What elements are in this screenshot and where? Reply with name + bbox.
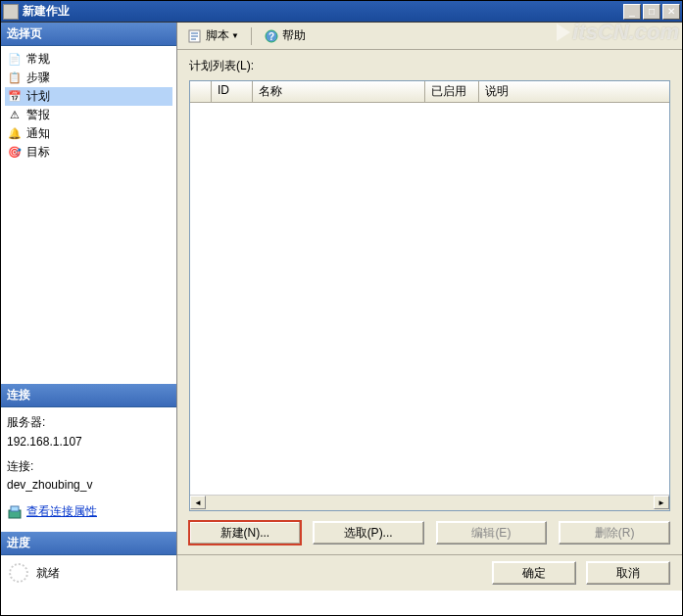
content-area: 脚本 ▼ ? 帮助 计划列表(L): ID 名称 已启用 说明 bbox=[177, 23, 682, 591]
nav-label: 计划 bbox=[26, 88, 50, 105]
svg-rect-1 bbox=[11, 506, 19, 511]
horizontal-scrollbar[interactable]: ◄ ► bbox=[190, 495, 669, 510]
properties-icon bbox=[7, 504, 23, 520]
nav-list: 📄 常规 📋 步骤 📅 计划 ⚠ 警报 🔔 通知 🎯 目标 bbox=[1, 46, 176, 384]
page-icon: 📄 bbox=[7, 52, 23, 68]
nav-schedules[interactable]: 📅 计划 bbox=[5, 87, 172, 106]
scroll-right-icon[interactable]: ► bbox=[654, 496, 669, 509]
dialog-buttons: 确定 取消 bbox=[177, 554, 682, 591]
view-connection-properties-link[interactable]: 查看连接属性 bbox=[7, 502, 97, 521]
server-value: 192.168.1.107 bbox=[7, 433, 171, 451]
progress-status: 就绪 bbox=[36, 565, 60, 582]
nav-alerts[interactable]: ⚠ 警报 bbox=[5, 106, 172, 124]
col-enabled[interactable]: 已启用 bbox=[425, 81, 479, 102]
notification-icon: 🔔 bbox=[7, 126, 23, 142]
link-label: 查看连接属性 bbox=[26, 502, 97, 521]
schedule-list-label: 计划列表(L): bbox=[189, 58, 670, 74]
cancel-button[interactable]: 取消 bbox=[586, 561, 670, 585]
help-label: 帮助 bbox=[282, 27, 306, 44]
schedule-grid: ID 名称 已启用 说明 ◄ ► bbox=[189, 80, 670, 511]
edit-button[interactable]: 编辑(E) bbox=[436, 521, 548, 545]
nav-targets[interactable]: 🎯 目标 bbox=[5, 143, 172, 162]
schedule-icon: 📅 bbox=[7, 89, 23, 105]
window-controls: _ □ ✕ bbox=[621, 4, 680, 20]
target-icon: 🎯 bbox=[7, 145, 23, 161]
script-label: 脚本 bbox=[206, 27, 229, 44]
svg-text:?: ? bbox=[268, 31, 274, 42]
nav-steps[interactable]: 📋 步骤 bbox=[5, 69, 172, 87]
nav-label: 步骤 bbox=[26, 70, 50, 86]
connection-label: 连接: bbox=[7, 457, 171, 476]
connection-info: 服务器: 192.168.1.107 连接: dev_zhoubing_v 查看… bbox=[1, 407, 176, 532]
delete-button[interactable]: 删除(R) bbox=[559, 521, 670, 545]
select-page-header: 选择页 bbox=[1, 23, 176, 46]
server-label: 服务器: bbox=[7, 413, 171, 432]
nav-label: 目标 bbox=[26, 144, 50, 161]
nav-label: 通知 bbox=[26, 125, 50, 142]
nav-notifications[interactable]: 🔔 通知 bbox=[5, 124, 172, 143]
nav-label: 常规 bbox=[26, 51, 50, 68]
scroll-left-icon[interactable]: ◄ bbox=[190, 496, 206, 509]
spinner-icon bbox=[9, 563, 28, 583]
titlebar: 新建作业 _ □ ✕ bbox=[1, 1, 682, 23]
toolbar: 脚本 ▼ ? 帮助 bbox=[177, 23, 682, 50]
sidebar: 选择页 📄 常规 📋 步骤 📅 计划 ⚠ 警报 🔔 通知 bbox=[1, 23, 177, 591]
close-button[interactable]: ✕ bbox=[662, 4, 680, 20]
grid-body[interactable] bbox=[190, 103, 669, 495]
nav-general[interactable]: 📄 常规 bbox=[5, 50, 172, 69]
progress-header: 进度 bbox=[1, 532, 176, 555]
connection-value: dev_zhoubing_v bbox=[7, 476, 171, 495]
new-button[interactable]: 新建(N)... bbox=[189, 521, 301, 545]
col-description[interactable]: 说明 bbox=[479, 81, 669, 102]
minimize-button[interactable]: _ bbox=[623, 4, 641, 20]
scroll-track[interactable] bbox=[206, 496, 654, 510]
grid-header: ID 名称 已启用 说明 bbox=[190, 81, 669, 103]
steps-icon: 📋 bbox=[7, 71, 23, 86]
script-button[interactable]: 脚本 ▼ bbox=[183, 25, 243, 46]
col-id[interactable]: ID bbox=[212, 81, 253, 102]
row-header-col[interactable] bbox=[190, 81, 212, 102]
script-icon bbox=[187, 28, 203, 44]
chevron-down-icon: ▼ bbox=[231, 31, 239, 40]
toolbar-separator bbox=[251, 27, 252, 45]
alert-icon: ⚠ bbox=[7, 108, 23, 123]
app-icon bbox=[3, 4, 19, 20]
connection-header: 连接 bbox=[1, 384, 176, 407]
col-name[interactable]: 名称 bbox=[253, 81, 425, 102]
progress-panel: 就绪 bbox=[1, 555, 176, 591]
help-button[interactable]: ? 帮助 bbox=[260, 25, 310, 46]
nav-label: 警报 bbox=[26, 107, 50, 123]
ok-button[interactable]: 确定 bbox=[492, 561, 576, 585]
pick-button[interactable]: 选取(P)... bbox=[313, 521, 424, 545]
help-icon: ? bbox=[264, 28, 279, 44]
maximize-button[interactable]: □ bbox=[643, 4, 660, 20]
window-title: 新建作业 bbox=[23, 3, 621, 20]
action-buttons: 新建(N)... 选取(P)... 编辑(E) 删除(R) bbox=[189, 511, 670, 550]
